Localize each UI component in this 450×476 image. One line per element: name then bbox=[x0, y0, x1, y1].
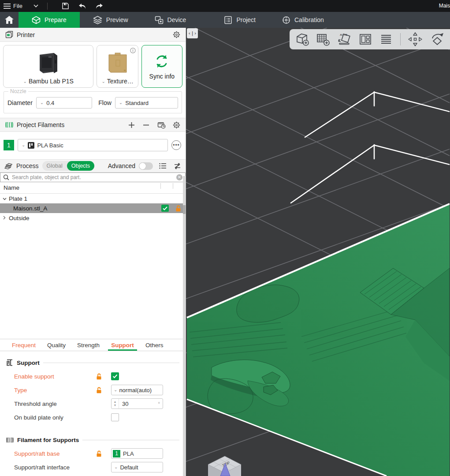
scope-objects[interactable]: Objects bbox=[67, 161, 94, 171]
tab-label: Prepare bbox=[45, 16, 67, 23]
info-icon[interactable] bbox=[130, 48, 136, 55]
support-type-label: Type bbox=[6, 387, 96, 394]
printer-model-name: Bambu Lab P1S bbox=[29, 78, 74, 85]
filament-settings-gear-icon[interactable] bbox=[173, 121, 180, 129]
tab-preview[interactable]: Preview bbox=[80, 12, 141, 28]
remove-filament-button[interactable] bbox=[143, 122, 149, 128]
support-type-row: Type ⌄ normal(auto) bbox=[6, 385, 179, 395]
clear-search-icon[interactable]: ✕ bbox=[176, 174, 182, 180]
undo-icon bbox=[78, 3, 86, 9]
filament-for-supports-title: Filament for Supports bbox=[6, 437, 179, 443]
window-title: Mais bbox=[439, 3, 450, 9]
tree-header: Name bbox=[0, 182, 186, 194]
save-button[interactable] bbox=[60, 1, 71, 11]
home-button[interactable] bbox=[0, 12, 19, 28]
printer-settings-gear-icon[interactable] bbox=[173, 31, 180, 38]
threshold-angle-label: Threshold angle bbox=[6, 401, 96, 407]
search-input[interactable] bbox=[12, 174, 174, 180]
tree-row-plate[interactable]: Plate 1 bbox=[0, 194, 186, 203]
support-raft-interface-label: Support/raft interface bbox=[6, 464, 96, 471]
on-build-plate-row: On build plate only bbox=[6, 412, 179, 422]
on-build-plate-checkbox[interactable] bbox=[111, 413, 119, 421]
filament-select[interactable]: ⌄ PLA Basic bbox=[18, 139, 168, 151]
on-build-plate-label: On build plate only bbox=[6, 414, 96, 421]
auto-orient-icon[interactable]: AUTO bbox=[336, 32, 352, 47]
threshold-angle-stepper[interactable]: ▲▼ 30 ° bbox=[111, 398, 163, 409]
ptab-label: Support bbox=[111, 342, 134, 349]
chevron-down-icon: ⌄ bbox=[22, 143, 25, 147]
chevron-down-icon: ⌄ bbox=[40, 101, 44, 105]
panel-scrollbar[interactable] bbox=[183, 176, 186, 476]
tab-project[interactable]: Project bbox=[211, 12, 269, 28]
tree-name-column: Name bbox=[4, 184, 19, 191]
support-group-title: Support bbox=[6, 359, 179, 366]
chevron-down-icon bbox=[33, 4, 38, 7]
process-scope-toggle[interactable]: Global Objects bbox=[42, 161, 95, 171]
support-raft-base-value: PLA bbox=[123, 450, 134, 457]
support-raft-interface-select[interactable]: ⌄ Default bbox=[111, 462, 163, 472]
unlocked-icon[interactable] bbox=[96, 387, 102, 394]
split-layers-icon[interactable] bbox=[379, 32, 394, 47]
visibility-checkbox[interactable] bbox=[161, 205, 169, 212]
filament-more-button[interactable]: ••• bbox=[171, 140, 181, 150]
unlocked-icon[interactable] bbox=[96, 450, 102, 457]
add-object-icon[interactable] bbox=[295, 32, 310, 47]
printer-cards: ⌄Bambu Lab P1S ⌄Texture… Sync info bbox=[0, 42, 186, 90]
rotate-tool-icon[interactable] bbox=[429, 31, 446, 47]
tree-row-object[interactable]: Maison.stl_A bbox=[0, 203, 186, 213]
enable-support-checkbox[interactable] bbox=[111, 372, 119, 380]
redo-icon bbox=[95, 3, 103, 9]
scope-global[interactable]: Global bbox=[42, 163, 67, 169]
printer-model-chevron-icon: ⌄ bbox=[23, 79, 27, 84]
compare-settings-icon[interactable] bbox=[174, 163, 181, 169]
enable-support-label: Enable support bbox=[6, 373, 96, 380]
file-menu-dropdown[interactable] bbox=[30, 1, 42, 11]
chevron-down-icon[interactable] bbox=[0, 196, 9, 201]
advanced-toggle[interactable] bbox=[139, 162, 153, 170]
stepper-arrows-icon[interactable]: ▲▼ bbox=[112, 399, 119, 409]
redo-button[interactable] bbox=[93, 1, 105, 11]
chevron-right-icon[interactable] bbox=[0, 216, 9, 221]
threshold-angle-value: 30 bbox=[119, 401, 158, 407]
tab-label: Calibration bbox=[294, 16, 324, 23]
sidebar-collapse-handle[interactable]: ‹|› bbox=[187, 28, 198, 38]
filaments-section-header: Project Filaments bbox=[0, 118, 186, 132]
tab-frequent[interactable]: Frequent bbox=[6, 339, 41, 351]
sync-info-button[interactable]: Sync info bbox=[141, 45, 182, 88]
tab-quality[interactable]: Quality bbox=[41, 339, 71, 351]
support-raft-base-label: Support/raft base bbox=[6, 450, 96, 457]
ptab-label: Quality bbox=[47, 342, 66, 349]
ams-sync-button[interactable] bbox=[157, 121, 166, 129]
scene-canvas[interactable]: TOP bbox=[186, 28, 450, 476]
device-icon bbox=[155, 16, 164, 24]
file-menu-label: File bbox=[13, 3, 22, 9]
nozzle-diameter-select[interactable]: ⌄ 0.4 bbox=[36, 97, 93, 109]
arrange-icon[interactable] bbox=[358, 32, 373, 47]
tab-strength[interactable]: Strength bbox=[71, 339, 105, 351]
tab-support[interactable]: Support bbox=[105, 339, 140, 351]
tab-others[interactable]: Others bbox=[140, 339, 169, 351]
view-list-icon[interactable] bbox=[159, 163, 167, 169]
unlocked-icon[interactable] bbox=[96, 373, 102, 380]
tree-row-label: Outside bbox=[9, 215, 30, 221]
build-plate-card[interactable]: ⌄Texture… bbox=[97, 45, 138, 88]
tree-row-outside[interactable]: Outside bbox=[0, 213, 186, 223]
unlocked-icon[interactable] bbox=[175, 205, 181, 212]
tab-calibration[interactable]: Calibration bbox=[269, 12, 337, 28]
support-type-select[interactable]: ⌄ normal(auto) bbox=[111, 385, 163, 395]
undo-button[interactable] bbox=[77, 1, 88, 11]
add-plate-icon[interactable] bbox=[316, 32, 331, 47]
move-tool-icon[interactable] bbox=[407, 31, 423, 47]
tab-device[interactable]: Device bbox=[141, 12, 200, 28]
support-raft-base-select[interactable]: 1 PLA bbox=[111, 448, 163, 459]
toolbar-divider bbox=[47, 3, 48, 10]
support-settings-panel: Support Enable support Type ⌄ normal(aut… bbox=[0, 351, 186, 476]
file-menu[interactable]: File bbox=[0, 3, 22, 9]
title-bar: File Mais bbox=[0, 0, 450, 12]
nozzle-flow-select[interactable]: ⌄ Standard bbox=[115, 97, 178, 109]
add-filament-button[interactable] bbox=[128, 122, 135, 128]
viewport-3d[interactable]: TOP ‹|› AUTO bbox=[186, 28, 450, 476]
chevron-down-icon: ⌄ bbox=[119, 101, 123, 105]
tab-prepare[interactable]: Prepare bbox=[19, 12, 80, 28]
printer-model-card[interactable]: ⌄Bambu Lab P1S bbox=[3, 45, 93, 88]
